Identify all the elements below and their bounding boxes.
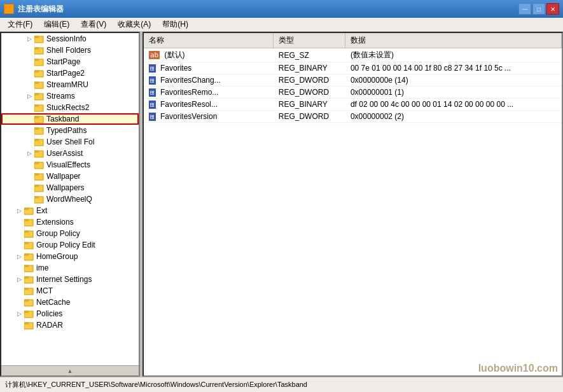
menu-edit[interactable]: 编辑(E) — [39, 18, 74, 31]
svg-rect-23 — [34, 162, 38, 164]
folder-icon-ime — [24, 263, 34, 272]
tree-label-taskband: Taskband — [46, 115, 79, 123]
cell-name-5: ⊞ FavoritesVersion — [144, 111, 274, 123]
panels-row: ▷ SessionInfo Shell Folders — [0, 32, 563, 377]
tree-label-streammru: StreamMRU — [46, 80, 88, 89]
cell-type-2: REG_DWORD — [274, 74, 345, 87]
folder-icon-stuckrects2 — [34, 103, 45, 112]
expander-policies[interactable]: ▷ — [14, 309, 24, 319]
tree-label-radar: RADAR — [36, 321, 63, 330]
svg-rect-33 — [24, 220, 28, 221]
expander-ext[interactable]: ▷ — [14, 206, 24, 216]
table-row[interactable]: ⊞ FavoritesRemo... REG_DWORD 0x00000001 … — [144, 87, 562, 99]
minimize-button[interactable]: ─ — [518, 3, 531, 15]
tree-item-netcache[interactable]: NetCache — [1, 297, 139, 308]
maximize-button[interactable]: □ — [532, 3, 545, 15]
tree-panel[interactable]: ▷ SessionInfo Shell Folders — [0, 32, 140, 377]
svg-rect-3 — [34, 48, 38, 49]
expander-stuckrects2 — [24, 102, 34, 113]
menu-help[interactable]: 帮助(H) — [157, 18, 193, 31]
tree-item-startpage[interactable]: StartPage — [1, 56, 139, 67]
folder-icon-visualeffects — [34, 160, 45, 169]
expander-visualeffects — [24, 160, 34, 170]
tree-item-internetsettings[interactable]: ▷ Internet Settings — [1, 274, 139, 285]
menu-file[interactable]: 文件(F) — [3, 18, 38, 31]
cell-type-5: REG_DWORD — [274, 111, 345, 123]
folder-icon-usershellfol — [34, 137, 45, 146]
tree-label-wordwheelq: WordWheelQ — [46, 195, 92, 204]
title-buttons: ─ □ ✕ — [518, 3, 559, 15]
tree-item-usershellfol[interactable]: User Shell Fol — [1, 136, 139, 148]
folder-icon-userassist — [34, 149, 45, 158]
app-icon — [4, 4, 14, 14]
tree-item-shellfolders[interactable]: Shell Folders — [1, 45, 139, 56]
table-row[interactable]: ⊞ FavoritesVersion REG_DWORD 0x00000002 … — [144, 111, 562, 123]
svg-rect-15 — [34, 116, 38, 118]
tree-label-visualeffects: VisualEffects — [46, 160, 90, 169]
expander-startpage2 — [24, 68, 34, 78]
watermark: luobowin10.com — [478, 363, 558, 374]
tree-item-taskband[interactable]: Taskband — [1, 113, 139, 125]
col-header-type[interactable]: 类型 — [274, 33, 345, 48]
cell-data-5: 0x00000002 (2) — [345, 111, 562, 123]
content-panel[interactable]: 名称 类型 数据 ab (默认) REG_SZ — [142, 32, 563, 377]
tree-item-mct[interactable]: MCT — [1, 285, 139, 297]
tree-scroll-area[interactable]: ▷ SessionInfo Shell Folders — [1, 33, 139, 365]
tree-scrollbar-bottom: ▲ — [1, 365, 139, 375]
folder-icon-streammru — [34, 80, 45, 89]
close-button[interactable]: ✕ — [546, 3, 559, 15]
table-row[interactable]: ⊞ FavoritesResol... REG_BINARY df 02 00 … — [144, 99, 562, 111]
svg-rect-41 — [24, 265, 28, 267]
tree-item-extensions[interactable]: Extensions — [1, 216, 139, 228]
expander-streams[interactable]: ▷ — [24, 91, 34, 101]
folder-icon-streams — [34, 92, 45, 101]
tree-item-sessioninfo[interactable]: ▷ SessionInfo — [1, 33, 139, 45]
cell-name-label-3: FavoritesRemo... — [160, 88, 218, 97]
tree-item-stuckrects2[interactable]: StuckRects2 — [1, 102, 139, 113]
expander-homegroup[interactable]: ▷ — [14, 251, 24, 262]
cell-data-1: 00 7e 01 00 00 14 00 1f 80 c8 27 34 1f 1… — [345, 62, 562, 74]
col-header-data[interactable]: 数据 — [345, 33, 562, 48]
menu-view[interactable]: 查看(V) — [76, 18, 111, 31]
cell-type-0: REG_SZ — [274, 48, 345, 62]
tree-item-startpage2[interactable]: StartPage2 — [1, 67, 139, 79]
tree-item-streammru[interactable]: StreamMRU — [1, 79, 139, 90]
folder-icon-wordwheelq — [34, 195, 45, 204]
tree-item-streams[interactable]: ▷ Streams — [1, 90, 139, 102]
tree-item-radar[interactable]: RADAR — [1, 319, 139, 331]
expander-internetsettings[interactable]: ▷ — [14, 274, 24, 284]
expander-userassist[interactable]: ▷ — [24, 148, 34, 158]
tree-item-wallpapers[interactable]: Wallpapers — [1, 182, 139, 193]
tree-item-ext[interactable]: ▷ Ext — [1, 205, 139, 216]
tree-item-homegroup[interactable]: ▷ HomeGroup — [1, 251, 139, 262]
expander-wallpaper — [24, 171, 34, 181]
svg-rect-1 — [34, 36, 38, 38]
svg-rect-47 — [24, 300, 28, 301]
folder-icon-grouppolicyedit — [24, 241, 34, 249]
expander-grouppolicyedit — [14, 240, 24, 250]
menu-favorites[interactable]: 收藏夹(A) — [113, 18, 156, 31]
tree-item-wordwheelq[interactable]: WordWheelQ — [1, 193, 139, 205]
table-row[interactable]: ab (默认) REG_SZ (数值未设置) — [144, 48, 562, 62]
col-header-name[interactable]: 名称 — [144, 33, 274, 48]
svg-rect-21 — [34, 151, 38, 152]
tree-item-policies[interactable]: ▷ Policies — [1, 308, 139, 319]
tree-item-ime[interactable]: ime — [1, 262, 139, 274]
table-row[interactable]: ⊞ FavoritesChang... REG_DWORD 0x0000000e… — [144, 74, 562, 87]
tree-label-startpage2: StartPage2 — [46, 69, 85, 78]
tree-label-mct: MCT — [36, 286, 53, 295]
reg-type-icon-5: ⊞ — [149, 113, 156, 121]
expander-sessioninfo[interactable]: ▷ — [24, 34, 34, 44]
svg-rect-35 — [24, 231, 28, 232]
tree-item-typedpaths[interactable]: TypedPaths — [1, 125, 139, 136]
svg-rect-13 — [34, 105, 38, 106]
tree-item-wallpaper[interactable]: Wallpaper — [1, 171, 139, 182]
title-bar: 注册表编辑器 ─ □ ✕ — [0, 0, 563, 18]
tree-item-visualeffects[interactable]: VisualEffects — [1, 159, 139, 171]
cell-data-2: 0x0000000e (14) — [345, 74, 562, 87]
table-row[interactable]: ⊞ Favorites REG_BINARY 00 7e 01 00 00 14… — [144, 62, 562, 74]
tree-item-grouppolicy[interactable]: Group Policy — [1, 228, 139, 239]
tree-item-grouppolicyedit[interactable]: Group Policy Edit — [1, 239, 139, 251]
tree-item-userassist[interactable]: ▷ UserAssist — [1, 148, 139, 159]
expander-usershellfol — [24, 137, 34, 147]
